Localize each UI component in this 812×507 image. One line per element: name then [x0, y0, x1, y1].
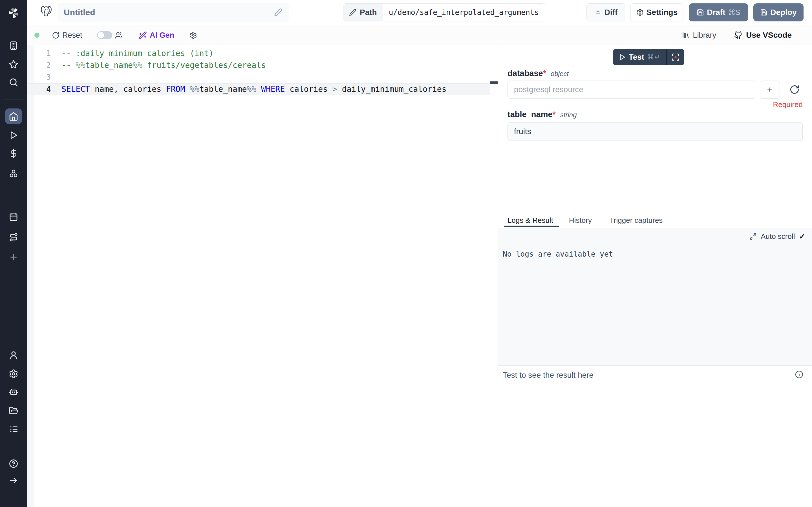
expand-sidebar-arrow-icon[interactable] [9, 476, 18, 485]
path-chip[interactable]: Path u/demo/safe_interpolated_arguments [343, 3, 545, 21]
logs-area: Auto scroll ✓ No logs are available yet [498, 228, 812, 365]
add-resource-button[interactable]: + [760, 80, 780, 99]
refresh-icon [52, 32, 59, 39]
code-line[interactable]: 1-- :daily_minimum_calories (int) [27, 47, 490, 59]
code-line[interactable]: 3 [27, 71, 490, 83]
database-resource-input[interactable] [507, 80, 755, 99]
edit-path-pencil-icon [349, 9, 356, 16]
ai-gen-button[interactable]: AI Gen [139, 25, 174, 45]
active-tab-underline [504, 226, 559, 227]
runs-play-icon[interactable] [9, 130, 18, 140]
magic-wand-icon [139, 31, 147, 40]
folders-icon[interactable] [9, 406, 18, 415]
workers-bot-icon[interactable] [9, 387, 18, 397]
script-title-input[interactable]: Untitled [57, 3, 289, 22]
audit-logs-list-icon[interactable] [9, 425, 18, 434]
help-icon[interactable] [9, 459, 18, 468]
diff-label: Diff [605, 8, 618, 17]
sidebar [0, 0, 27, 507]
test-button[interactable]: Test ⌘↵ [613, 49, 666, 65]
expand-icon[interactable] [749, 233, 757, 240]
vscode-label: Use VScode [746, 31, 792, 40]
editor-toolbar: Reset AI Gen Library Use VScode [27, 25, 812, 45]
panel-resize-divider[interactable] [498, 45, 498, 507]
result-hint: Test to see the result here [503, 371, 594, 380]
code-line[interactable]: 2-- %%table_name%% fruits/vegetables/cer… [27, 59, 490, 71]
code-line[interactable]: 4SELECT name, calories FROM %%table_name… [27, 83, 490, 96]
code-text: -- %%table_name%% fruits/vegetables/cere… [61, 61, 266, 70]
table-name-required-star: * [553, 110, 556, 119]
refresh-resource-button[interactable] [790, 84, 800, 95]
diff-button[interactable]: Diff [587, 3, 625, 21]
test-shortcut: ⌘↵ [647, 53, 661, 61]
postgresql-icon [40, 5, 53, 20]
settings-gear-icon[interactable] [9, 369, 18, 379]
database-field-label: database* object [507, 69, 569, 78]
status-green-dot [35, 33, 40, 38]
settings-label: Settings [647, 8, 677, 17]
line-number: 3 [27, 73, 51, 81]
database-type: object [551, 70, 569, 78]
line-number: 4 [27, 85, 51, 94]
table-name-type: string [560, 111, 577, 119]
check-icon: ✓ [799, 232, 806, 241]
workspace-building-icon[interactable] [9, 41, 18, 50]
windmill-app: Untitled Path u/demo/safe_interpolated_a… [0, 0, 812, 507]
code-text: SELECT name, calories FROM %%table_name%… [61, 84, 447, 94]
search-icon[interactable] [9, 77, 18, 87]
topbar: Untitled Path u/demo/safe_interpolated_a… [27, 0, 812, 25]
code-editor[interactable]: 1-- :daily_minimum_calories (int)2-- %%t… [27, 45, 498, 507]
tab-history[interactable]: History [569, 213, 592, 228]
run-panel: Test ⌘↵ database* object + Required tabl… [498, 45, 812, 507]
table-name-field-label: table_name* string [507, 110, 577, 119]
settings-gear-icon [637, 9, 644, 16]
refresh-icon [790, 84, 800, 95]
line-number: 2 [27, 61, 51, 69]
table-name-input[interactable] [507, 122, 803, 141]
use-vscode-button[interactable]: Use VScode [734, 31, 792, 40]
editor-scrollbar-track[interactable] [490, 45, 490, 507]
result-area: Test to see the result here [498, 365, 812, 507]
info-icon[interactable] [795, 370, 804, 379]
deploy-button[interactable]: Deploy [753, 3, 804, 21]
capture-test-button[interactable] [667, 49, 684, 65]
table-name-label: table_name [507, 110, 553, 119]
line-number: 1 [27, 49, 51, 57]
required-error: Required [773, 100, 803, 109]
logs-empty-message: No logs are available yet [503, 250, 613, 258]
deploy-label: Deploy [770, 8, 797, 17]
user-icon[interactable] [9, 350, 18, 360]
routes-icon[interactable] [9, 232, 18, 242]
sidebar-item-home[interactable] [5, 108, 22, 124]
schedules-calendar-icon[interactable] [9, 212, 18, 222]
overview-ruler-mark [490, 81, 498, 83]
variables-dollar-icon[interactable] [9, 149, 18, 158]
auto-scroll-toggle[interactable]: Auto scroll ✓ [749, 232, 806, 241]
favorites-star-icon[interactable] [9, 59, 18, 69]
path-value: u/demo/safe_interpolated_arguments [383, 4, 545, 21]
script-title: Untitled [64, 8, 274, 17]
sidebar-divider [3, 99, 24, 100]
add-item-plus-icon[interactable] [9, 252, 18, 262]
diff-icon [594, 9, 602, 16]
test-button-group: Test ⌘↵ [613, 49, 684, 65]
windmill-pinwheel-icon [6, 5, 21, 20]
windmill-logo[interactable] [0, 0, 27, 25]
collaborators-users-icon[interactable] [115, 25, 123, 45]
resources-boxes-icon[interactable] [9, 169, 18, 179]
library-label: Library [693, 31, 716, 40]
path-label: Path [360, 8, 377, 17]
toggle-knob [98, 32, 104, 38]
tab-trigger-captures[interactable]: Trigger captures [610, 213, 663, 228]
ai-gen-label: AI Gen [150, 31, 174, 40]
save-icon [760, 9, 767, 16]
edit-title-pencil-icon[interactable] [274, 8, 283, 17]
script-settings-gear-icon[interactable] [190, 25, 197, 45]
github-icon [734, 31, 743, 40]
reset-button[interactable]: Reset [52, 25, 82, 45]
library-button[interactable]: Library [682, 31, 716, 40]
settings-button[interactable]: Settings [630, 3, 683, 21]
diff-mode-toggle[interactable] [97, 31, 112, 39]
save-draft-button[interactable]: Draft ⌘S [689, 3, 748, 21]
path-edit-section[interactable]: Path [343, 4, 383, 21]
